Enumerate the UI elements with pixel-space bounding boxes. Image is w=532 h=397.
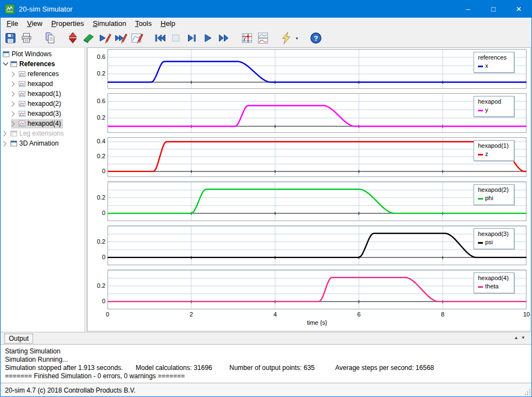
chevron-right-icon[interactable]: [11, 71, 19, 77]
x-tick-label: 2: [185, 311, 198, 318]
legend-entry: phi: [478, 194, 510, 202]
plot-icon: [19, 91, 25, 97]
resize-grip[interactable]: [524, 389, 531, 396]
subplot-psi[interactable]: [108, 226, 526, 265]
dropdown-arrow-icon[interactable]: ▼: [295, 36, 299, 40]
output-text: Simulation Running...: [5, 356, 68, 363]
tree-item-hexapod[interactable]: hexapod: [1, 79, 84, 89]
menu-file[interactable]: File: [2, 18, 23, 29]
help-icon[interactable]: ?: [308, 30, 324, 46]
stop-icon[interactable]: [168, 30, 184, 46]
toolbar: ▼?: [1, 29, 531, 47]
tree-item-plot-windows[interactable]: Plot Windows: [1, 49, 84, 59]
output-text: Model calculations: 31696: [136, 364, 212, 372]
tree-item-hexapod-3-[interactable]: hexapod(3): [1, 109, 84, 119]
multiple-run-diamond-icon[interactable]: [65, 30, 80, 46]
subplot-x[interactable]: [108, 49, 526, 89]
tree-item-references[interactable]: references: [1, 69, 84, 79]
tree-item-label: Plot Windows: [12, 50, 52, 58]
plot-icon: [19, 81, 25, 87]
series-marker-icon: [478, 66, 483, 67]
tree-item-hexapod-1-[interactable]: hexapod(1): [1, 89, 84, 99]
y-tick-label: 0.6: [88, 98, 105, 104]
legend-title: hexapod(2): [478, 186, 510, 194]
chevron-right-icon[interactable]: [3, 141, 10, 147]
save-icon[interactable]: [2, 30, 18, 46]
menubar: FileViewPropertiesSimulationToolsHelp: [1, 18, 531, 29]
y-tick-label: 0.2: [88, 153, 105, 159]
y-tick-label: 0.4: [88, 138, 105, 144]
legend-entry: psi: [478, 238, 510, 246]
output-line: Starting Simulation: [1, 347, 532, 356]
y-tick-label: 0.6: [88, 53, 105, 60]
chevron-right-icon[interactable]: [11, 121, 19, 127]
eraser-icon[interactable]: [80, 30, 96, 46]
lightning-icon[interactable]: [278, 30, 294, 46]
x-tick-label: 10: [520, 311, 532, 318]
maximize-button[interactable]: □: [481, 1, 506, 18]
chevron-down-icon[interactable]: [3, 61, 10, 67]
scroll-up-icon[interactable]: ▲: [514, 335, 521, 340]
chevron-right-icon[interactable]: [11, 111, 19, 117]
copy-icon[interactable]: [41, 30, 57, 46]
close-button[interactable]: ✕: [506, 1, 531, 18]
legend-z: hexapod(1)z: [474, 140, 514, 161]
fast-forward-icon[interactable]: [216, 30, 232, 46]
app-icon[interactable]: [4, 4, 15, 14]
tree-item-label: References: [19, 60, 55, 68]
chevron-right-icon[interactable]: [3, 131, 10, 137]
window-title: 20-sim Simulator: [19, 5, 73, 13]
chevron-right-icon[interactable]: [11, 91, 19, 97]
subplot-phi[interactable]: [108, 181, 526, 221]
legend-title: references: [478, 53, 510, 62]
legend-title: hexapod(4): [478, 274, 510, 282]
subplot-theta[interactable]: [108, 270, 526, 309]
output-line: Simulation Running...: [1, 356, 532, 364]
output-tab[interactable]: Output: [4, 334, 33, 344]
output-messages: Starting SimulationSimulation Running...…: [1, 344, 532, 383]
legend-theta: hexapod(4)theta: [474, 272, 514, 293]
chevron-right-icon[interactable]: [11, 101, 19, 107]
minimize-button[interactable]: –: [455, 1, 481, 18]
run-pencil-icon[interactable]: [96, 30, 112, 46]
menu-view[interactable]: View: [23, 18, 47, 29]
chevron-right-icon[interactable]: [11, 81, 19, 87]
titlebar: 20-sim Simulator – □ ✕: [1, 1, 531, 18]
multi-plot-icon[interactable]: [255, 30, 271, 46]
scroll-down-icon[interactable]: ▼: [521, 335, 528, 340]
window-icon: [3, 51, 9, 57]
series-marker-icon: [478, 242, 483, 244]
play-icon[interactable]: [200, 30, 216, 46]
tree-item-hexapod-2-[interactable]: hexapod(2): [1, 99, 84, 109]
plot-pencil-icon[interactable]: [128, 30, 144, 46]
subplot-z[interactable]: [108, 137, 526, 177]
plot-crosshair-icon[interactable]: [239, 30, 255, 46]
plot-icon: [19, 101, 25, 107]
tree-item-leg-extensions[interactable]: Leg extensions: [1, 128, 84, 138]
subplot-y[interactable]: [108, 93, 526, 133]
menu-properties[interactable]: Properties: [47, 18, 88, 29]
tree-item-label: hexapod(4): [28, 120, 61, 127]
plot-icon: [19, 111, 25, 117]
legend-entry: z: [478, 150, 510, 158]
x-tick-label: 8: [436, 311, 449, 318]
tree-item-references[interactable]: References: [1, 59, 84, 69]
tree-item-label: hexapod(1): [28, 90, 61, 98]
legend-psi: hexapod(3)psi: [474, 228, 514, 249]
output-text: ======= Finished Simulation - 0 errors, …: [5, 372, 185, 380]
app-window: 20-sim Simulator – □ ✕ FileViewPropertie…: [0, 0, 532, 397]
output-text: Number of output points: 635: [229, 364, 315, 372]
print-icon[interactable]: [18, 30, 34, 46]
tree-item-label: hexapod: [28, 80, 53, 88]
y-tick-label: 0: [88, 254, 105, 260]
legend-x: referencesx: [474, 52, 514, 73]
menu-simulation[interactable]: Simulation: [88, 18, 131, 29]
fast-run-pencil-icon[interactable]: [112, 30, 128, 46]
menu-tools[interactable]: Tools: [131, 18, 156, 29]
step-icon[interactable]: [184, 30, 200, 46]
tree-item-hexapod-4-[interactable]: hexapod(4): [1, 119, 84, 128]
status-text: 20-sim 4.7 (c) 2018 Controllab Products …: [5, 387, 136, 394]
menu-help[interactable]: Help: [156, 18, 180, 29]
go-to-begin-icon[interactable]: [152, 30, 168, 46]
tree-item-3d-animation[interactable]: 3D Animation: [1, 138, 84, 148]
